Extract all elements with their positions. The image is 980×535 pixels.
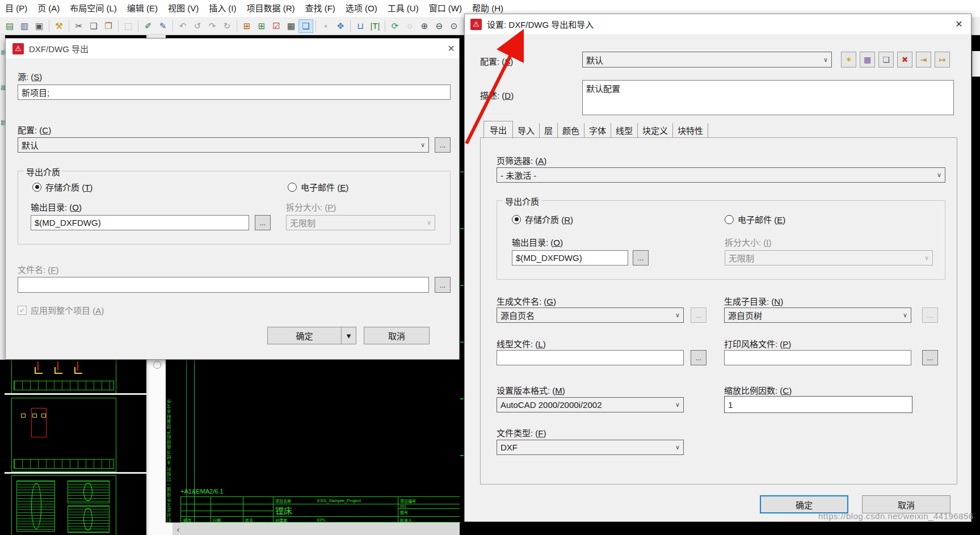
scheme-button[interactable]: ↦ <box>935 52 950 68</box>
storage-medium-radio[interactable]: 存储介质 (T) <box>32 181 92 193</box>
toolbar-icon[interactable]: ❑ <box>298 19 313 33</box>
toolbar-icon[interactable]: ☑ <box>269 19 284 33</box>
tab[interactable]: 颜色 <box>558 123 584 138</box>
toolbar-icon[interactable] <box>66 19 71 33</box>
output-dir-browse-button[interactable]: ... <box>255 215 271 230</box>
toolbar-icon[interactable]: ⊔ <box>353 19 368 33</box>
filename-input[interactable] <box>18 277 429 293</box>
menu-item[interactable]: 项目数据 (R) <box>242 0 300 17</box>
file-type-select[interactable]: DXF <box>497 440 684 455</box>
toolbar-icon[interactable]: ↺ <box>190 19 205 33</box>
export-dialog-titlebar[interactable]: ⚠ DXF/DWG 导出 <box>6 39 459 58</box>
email-radio[interactable]: 电子邮件 (E) <box>725 213 785 225</box>
tab[interactable]: 块定义 <box>638 123 673 138</box>
config-select[interactable]: 默认 <box>18 137 429 153</box>
output-dir-input[interactable]: $(MD_DXFDWG) <box>512 250 628 266</box>
toolbar-icon[interactable]: ✂ <box>71 19 86 33</box>
toolbar-icon[interactable]: ⊕ <box>417 19 432 33</box>
ok-button[interactable]: 确定 <box>267 327 342 344</box>
scroll-left-arrow-icon[interactable]: ‹ <box>173 523 184 535</box>
menu-item[interactable]: 页 (A) <box>32 0 65 17</box>
toolbar-icon[interactable] <box>116 19 121 33</box>
scheme-button[interactable]: ✖ <box>897 52 912 68</box>
toolbar-icon[interactable]: ⊖ <box>432 19 447 33</box>
version-format-select[interactable]: AutoCAD 2000/2000i/2002 <box>497 397 684 412</box>
horizontal-scrollbar[interactable]: ‹ <box>173 523 460 535</box>
toolbar-icon[interactable]: ▣ <box>32 19 47 33</box>
menu-item[interactable]: 目 (P) <box>0 0 32 17</box>
menu-item[interactable]: 窗口 (W) <box>424 0 467 17</box>
page-filter-select[interactable]: - 未激活 - <box>497 167 945 183</box>
scheme-select[interactable]: 默认 <box>582 52 832 68</box>
toolbar-icon[interactable]: |T| <box>368 19 382 33</box>
config-browse-button[interactable]: ... <box>435 137 451 153</box>
tab[interactable]: 导入 <box>513 123 540 138</box>
menu-item[interactable]: 编辑 (E) <box>122 0 163 17</box>
toolbar-icon[interactable]: ▥ <box>17 19 32 33</box>
toolbar-icon[interactable] <box>348 19 353 33</box>
toolbar-icon[interactable]: ✐ <box>141 19 155 33</box>
output-dir-browse-button[interactable]: ... <box>633 250 649 266</box>
toolbar-icon[interactable]: ↶ <box>175 19 190 33</box>
storage-medium-radio[interactable]: 存储介质 (R) <box>512 213 573 225</box>
gen-filename-select[interactable]: 源自页名 <box>497 307 684 323</box>
printstyle-browse-button[interactable]: ... <box>922 350 938 365</box>
toolbar-icon[interactable]: ▦ <box>284 19 298 33</box>
scheme-button[interactable]: ▦ <box>860 52 875 68</box>
menu-item[interactable]: 查找 (F) <box>300 0 340 17</box>
scheme-button[interactable]: ⇥ <box>916 52 931 68</box>
apply-whole-project-checkbox[interactable]: ✓ 应用到整个项目 (A) <box>18 304 104 316</box>
toolbar-icon[interactable]: ◌ <box>402 19 417 33</box>
linetype-browse-button[interactable]: ... <box>691 350 706 365</box>
printstyle-file-input[interactable] <box>724 350 911 365</box>
description-textarea[interactable]: 默认配置 <box>582 80 954 115</box>
toolbar-icon[interactable] <box>382 19 388 33</box>
toolbar-icon[interactable]: ⊞ <box>239 19 254 33</box>
scale-factor-input[interactable]: 1 <box>724 396 912 413</box>
toolbar-icon[interactable]: ✥ <box>333 19 348 33</box>
tab[interactable]: 导出 <box>483 121 513 138</box>
page-thumbnail-2[interactable] <box>11 398 116 472</box>
tab[interactable]: 线型 <box>611 123 638 138</box>
menu-item[interactable]: 布局空间 (L) <box>65 0 122 17</box>
tab[interactable]: 字体 <box>584 123 611 138</box>
cancel-button[interactable]: 取消 <box>364 327 430 344</box>
close-icon[interactable]: ✕ <box>952 18 966 31</box>
toolbar-icon[interactable] <box>47 19 52 33</box>
toolbar-icon[interactable]: ▫ <box>318 19 333 33</box>
toolbar-icon[interactable]: ↻ <box>220 19 234 33</box>
scroll-knob-icon[interactable] <box>153 361 161 369</box>
toolbar-icon[interactable]: ⊙ <box>447 19 461 33</box>
toolbar-icon[interactable]: ❐ <box>101 19 116 33</box>
close-icon[interactable]: ✕ <box>444 42 459 56</box>
filename-browse-button[interactable]: ... <box>435 277 451 293</box>
ok-dropdown-button[interactable]: ▾ <box>341 327 356 344</box>
page-thumbnail-3[interactable] <box>11 475 116 535</box>
menu-item[interactable]: 选项 (O) <box>340 0 382 17</box>
toolbar-icon[interactable] <box>170 19 175 33</box>
toolbar-icon[interactable]: ✎ <box>155 19 170 33</box>
menu-item[interactable]: 插入 (I) <box>204 0 241 17</box>
toolbar-icon[interactable]: ↷ <box>205 19 220 33</box>
toolbar-icon[interactable]: ⚒ <box>52 19 66 33</box>
tab[interactable]: 块特性 <box>673 123 708 138</box>
toolbar-icon[interactable] <box>234 19 239 33</box>
menu-item[interactable]: 工具 (U) <box>382 0 424 17</box>
output-dir-input[interactable]: $(MD_DXFDWG) <box>31 215 249 230</box>
linetype-file-input[interactable] <box>497 350 684 365</box>
scheme-button[interactable]: ✶ <box>841 52 856 68</box>
gen-subdir-select[interactable]: 源自页树 <box>724 307 911 323</box>
toolbar-icon[interactable]: ⬚ <box>121 19 136 33</box>
scheme-button[interactable]: ❏ <box>878 52 894 68</box>
toolbar-icon[interactable]: ⊞ <box>254 19 269 33</box>
menu-item[interactable]: 视图 (V) <box>163 0 204 17</box>
settings-dialog-titlebar[interactable]: ⚠ 设置: DXF/DWG 导出和导入 <box>465 14 971 34</box>
toolbar-icon[interactable] <box>136 19 141 33</box>
toolbar-icon[interactable]: ▤ <box>2 19 17 33</box>
toolbar-icon[interactable]: ⟳ <box>388 19 402 33</box>
toolbar-icon[interactable] <box>313 19 318 33</box>
toolbar-icon[interactable]: ❏ <box>86 19 101 33</box>
source-input[interactable]: 新项目; <box>18 85 451 100</box>
email-radio[interactable]: 电子邮件 (E) <box>288 181 348 193</box>
tab[interactable]: 层 <box>540 123 558 138</box>
